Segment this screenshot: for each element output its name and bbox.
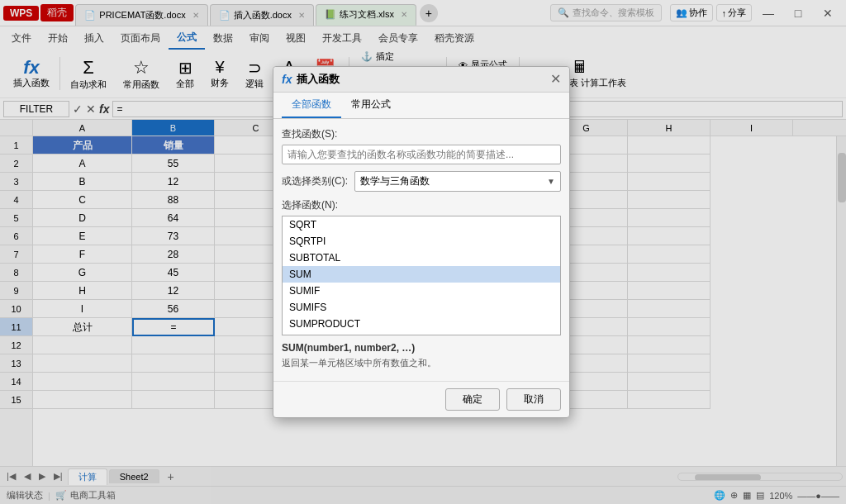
dialog-body: 查找函数(S): 或选择类别(C): 数学与三角函数 ▼ 选择函数(N): SQ… bbox=[273, 119, 569, 381]
dialog-tab-common[interactable]: 常用公式 bbox=[341, 93, 401, 118]
function-signature: SUM(number1, number2, …) bbox=[282, 342, 561, 354]
function-search-input[interactable] bbox=[282, 145, 561, 164]
function-list-label: 选择函数(N): bbox=[282, 198, 561, 212]
func-item-sumifs[interactable]: SUMIFS bbox=[283, 299, 560, 316]
dialog-fx-icon: fx bbox=[282, 73, 292, 86]
category-label: 或选择类别(C): bbox=[282, 174, 348, 188]
cancel-button[interactable]: 取消 bbox=[506, 388, 561, 411]
dialog-tab-row: 全部函数 常用公式 bbox=[273, 93, 569, 119]
func-item-sumsq[interactable]: SUMSQ bbox=[283, 332, 560, 335]
dialog-footer: 确定 取消 bbox=[273, 381, 569, 417]
dialog-titlebar: fx 插入函数 ✕ bbox=[273, 67, 569, 93]
func-item-sqrtpi[interactable]: SQRTPI bbox=[283, 233, 560, 250]
ok-button[interactable]: 确定 bbox=[445, 388, 500, 411]
func-item-subtotal[interactable]: SUBTOTAL bbox=[283, 250, 560, 266]
category-selected-value: 数学与三角函数 bbox=[360, 174, 547, 188]
func-item-sumproduct[interactable]: SUMPRODUCT bbox=[283, 316, 560, 332]
category-select-wrapper[interactable]: 数学与三角函数 ▼ bbox=[354, 171, 561, 192]
search-label: 查找函数(S): bbox=[282, 127, 561, 141]
func-item-sqrt[interactable]: SQRT bbox=[283, 216, 560, 233]
category-row: 或选择类别(C): 数学与三角函数 ▼ bbox=[282, 171, 561, 192]
chevron-down-icon: ▼ bbox=[547, 177, 555, 186]
function-list[interactable]: SQRT SQRTPI SUBTOTAL SUM SUMIF SUMIFS SU… bbox=[282, 216, 561, 335]
func-item-sumif[interactable]: SUMIF bbox=[283, 283, 560, 299]
insert-function-dialog: fx 插入函数 ✕ 全部函数 常用公式 查找函数(S): 或选择类别(C): 数… bbox=[273, 66, 570, 418]
func-item-sum[interactable]: SUM bbox=[283, 266, 560, 283]
dialog-title: 插入函数 bbox=[297, 72, 340, 87]
dialog-close-button[interactable]: ✕ bbox=[550, 73, 561, 86]
function-description: 返回某一单元格区域中所有数值之和。 bbox=[282, 357, 561, 369]
dialog-tab-all[interactable]: 全部函数 bbox=[282, 93, 341, 118]
